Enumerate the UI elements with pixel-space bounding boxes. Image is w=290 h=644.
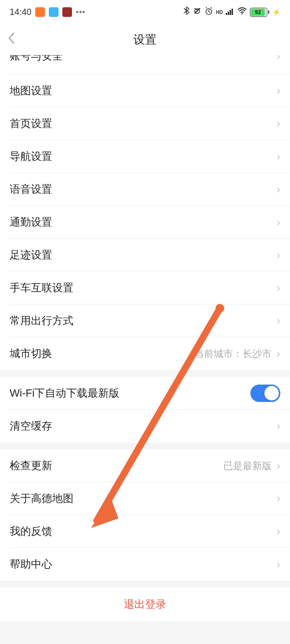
item-label: 我的反馈	[10, 524, 52, 539]
item-value: 已是最新版	[223, 459, 272, 472]
item-value: 当前城市：长沙市	[194, 347, 272, 360]
list-item-commute-settings[interactable]: 通勤设置 ›	[0, 206, 290, 239]
item-label: Wi-Fi下自动下载最新版	[10, 386, 119, 401]
status-left: 14:40 •••	[10, 7, 86, 17]
svg-rect-6	[232, 9, 233, 15]
chevron-right-icon: ›	[276, 117, 280, 130]
nav-bar: 设置	[0, 24, 290, 55]
battery-icon: 92	[250, 8, 269, 17]
logout-label: 退出登录	[124, 597, 166, 612]
toggle-knob	[264, 386, 279, 401]
list-item-feedback[interactable]: 我的反馈 ›	[0, 515, 290, 548]
vibrate-icon	[193, 7, 202, 18]
status-bar: 14:40 ••• HD 92 ⚡	[0, 0, 290, 24]
wifi-icon	[237, 7, 247, 17]
charging-icon: ⚡	[272, 8, 280, 16]
app-icon-2	[49, 7, 58, 17]
chevron-right-icon: ›	[276, 314, 280, 328]
svg-rect-3	[226, 13, 227, 15]
item-label: 常用出行方式	[10, 314, 73, 328]
list-item-city-switch[interactable]: 城市切换 当前城市：长沙市 ›	[0, 337, 290, 370]
item-label: 帮助中心	[10, 557, 52, 572]
list-item-voice-settings[interactable]: 语音设置 ›	[0, 173, 290, 206]
item-label: 地图设置	[10, 84, 52, 98]
item-label: 清空缓存	[10, 419, 52, 433]
chevron-right-icon: ›	[276, 525, 280, 538]
item-label: 手车互联设置	[10, 281, 73, 295]
list-item-navigation-settings[interactable]: 导航设置 ›	[0, 140, 290, 173]
chevron-right-icon: ›	[276, 492, 280, 505]
item-label: 检查更新	[10, 458, 52, 473]
item-label: 导航设置	[10, 149, 52, 164]
item-label: 通勤设置	[10, 215, 52, 229]
chevron-right-icon: ›	[276, 215, 280, 229]
settings-section-1: 账号与安全 › 地图设置 › 首页设置 › 导航设置 › 语音设置 › 通勤设置…	[0, 55, 290, 370]
chevron-right-icon: ›	[276, 558, 280, 571]
chevron-right-icon: ›	[276, 150, 280, 163]
list-item-travel-mode[interactable]: 常用出行方式 ›	[0, 304, 290, 337]
item-label: 关于高德地图	[10, 491, 73, 506]
signal-icon	[226, 7, 234, 17]
chevron-right-icon: ›	[276, 419, 280, 433]
settings-section-2: Wi-Fi下自动下载最新版 清空缓存 ›	[0, 377, 290, 443]
chevron-right-icon: ›	[276, 84, 280, 98]
list-item-wifi-download[interactable]: Wi-Fi下自动下载最新版	[0, 377, 290, 410]
svg-point-7	[242, 13, 243, 14]
item-label: 账号与安全	[10, 55, 63, 63]
list-item-car-connect-settings[interactable]: 手车互联设置 ›	[0, 272, 290, 304]
list-item-account-security[interactable]: 账号与安全 ›	[0, 55, 290, 74]
more-dots-icon: •••	[76, 8, 86, 16]
app-icon-3	[62, 7, 72, 17]
chevron-right-icon: ›	[276, 248, 280, 262]
settings-section-3: 检查更新 已是最新版 › 关于高德地图 › 我的反馈 › 帮助中心 ›	[0, 449, 290, 581]
page-title: 设置	[133, 32, 157, 47]
alarm-icon	[204, 7, 213, 18]
item-label: 首页设置	[10, 116, 52, 131]
svg-rect-4	[228, 12, 229, 15]
list-item-map-settings[interactable]: 地图设置 ›	[0, 74, 290, 107]
chevron-right-icon: ›	[276, 347, 280, 360]
list-item-about[interactable]: 关于高德地图 ›	[0, 482, 290, 515]
chevron-right-icon: ›	[276, 459, 280, 472]
list-item-footprint-settings[interactable]: 足迹设置 ›	[0, 239, 290, 272]
chevron-right-icon: ›	[276, 281, 280, 295]
status-right: HD 92 ⚡	[183, 7, 280, 18]
chevron-right-icon: ›	[276, 55, 280, 63]
list-item-check-update[interactable]: 检查更新 已是最新版 ›	[0, 449, 290, 482]
back-button[interactable]	[8, 32, 15, 48]
svg-rect-5	[230, 10, 231, 15]
list-item-home-settings[interactable]: 首页设置 ›	[0, 107, 290, 140]
item-label: 足迹设置	[10, 248, 52, 262]
hd-label: HD	[216, 10, 223, 15]
wifi-download-toggle[interactable]	[250, 385, 280, 402]
app-icon-1	[35, 7, 45, 17]
item-label: 语音设置	[10, 182, 52, 197]
list-item-help[interactable]: 帮助中心 ›	[0, 548, 290, 581]
item-label: 城市切换	[10, 346, 52, 361]
bluetooth-icon	[183, 7, 190, 18]
list-item-clear-cache[interactable]: 清空缓存 ›	[0, 410, 290, 443]
logout-button[interactable]: 退出登录	[0, 587, 290, 621]
status-time: 14:40	[10, 7, 31, 17]
chevron-right-icon: ›	[276, 183, 280, 196]
